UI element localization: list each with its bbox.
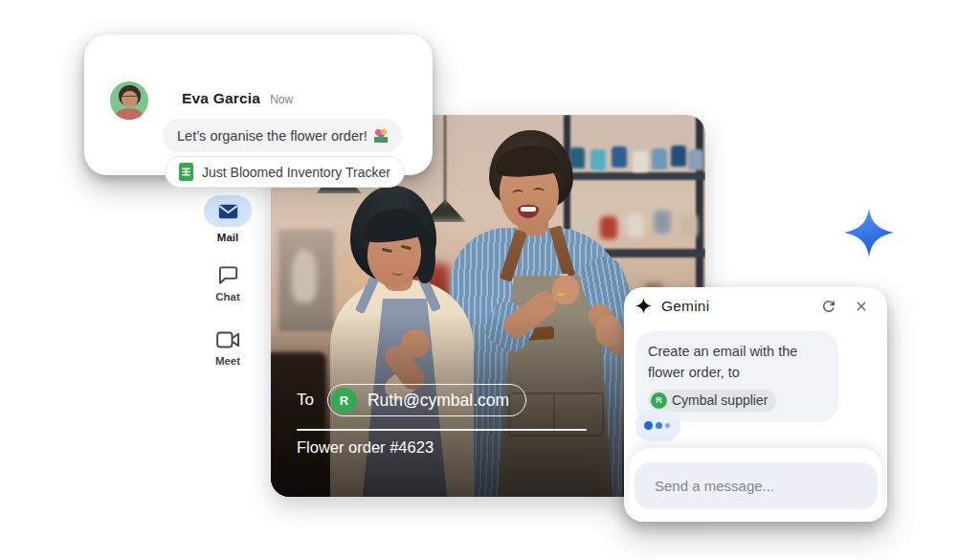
sidebar-item-meet[interactable]: Meet [197,329,258,367]
sidebar-label-mail: Mail [217,232,238,243]
chat-message-text: Let’s organise the flower order! [177,128,368,144]
avatar-glasses [122,96,137,101]
sender-name: Eva Garcia [182,90,260,107]
bouquet-emoji [374,128,388,143]
compose-divider [297,429,587,431]
supplier-chip-avatar: R [651,392,667,409]
sheets-icon [179,163,193,181]
subject-line: Flower order #4623 [297,438,434,457]
close-icon [854,299,869,314]
mail-icon [218,204,238,219]
avatar [110,81,148,120]
gemini-spark-icon [635,298,652,314]
attachment-label: Just Bloomed Inventory Tracker [202,165,390,180]
chat-icon [217,264,239,286]
meet-icon [216,329,240,350]
message-input[interactable] [635,462,878,509]
gemini-message-text: Create an email with the flower order, t… [648,344,797,380]
refresh-icon [820,298,837,315]
mail-active-pill[interactable] [204,195,252,227]
typing-dot [665,423,670,428]
timestamp: Now [270,93,293,106]
gemini-title: Gemini [661,298,709,315]
chat-header: Eva Garcia Now [182,90,293,107]
sidebar-item-mail[interactable]: Mail [197,195,258,243]
sidebar-item-chat[interactable]: Chat [197,264,258,302]
typing-indicator [635,410,680,441]
attachment-chip[interactable]: Just Bloomed Inventory Tracker [165,156,405,188]
gemini-user-message: Create an email with the flower order, t… [635,331,838,422]
recipient-avatar: R [331,388,357,414]
recipient-chip[interactable]: R Ruth@cymbal.com [327,384,526,416]
chat-message-bubble: Let’s organise the flower order! [163,119,402,152]
to-label: To [297,391,314,410]
close-button[interactable] [851,296,872,317]
gemini-spark-decoration [844,206,894,259]
supplier-chip[interactable]: R Cymbal supplier [648,390,776,412]
supplier-chip-label: Cymbal supplier [672,391,768,411]
refresh-button[interactable] [818,296,839,317]
marketing-composite: To R Ruth@cymbal.com Flower order #4623 … [0,0,980,560]
recipient-email: Ruth@cymbal.com [368,391,509,411]
gemini-panel: Gemini Create an email with the flower o… [624,287,887,522]
sidebar-label-chat: Chat [215,291,240,302]
chat-notification-card[interactable]: Eva Garcia Now Let’s organise the flower… [84,34,433,175]
gemini-input-card [629,448,882,519]
sidebar-label-meet: Meet [215,355,240,367]
avatar-shoulders [116,108,143,120]
typing-dot [656,422,662,429]
typing-dot [644,421,653,430]
compose-to-row: To R Ruth@cymbal.com [297,384,526,416]
